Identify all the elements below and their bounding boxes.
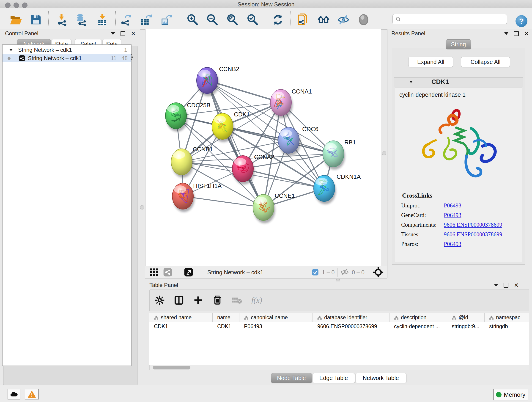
column-header-name[interactable]: name	[213, 313, 239, 322]
selected-count: 1 – 0	[322, 269, 335, 276]
open-session-icon[interactable]	[9, 13, 22, 26]
network-row-selected[interactable]: String Network – cdk1 11 48	[2, 54, 131, 62]
panel-close-icon[interactable]: ✕	[514, 283, 519, 287]
show-columns-icon[interactable]	[174, 295, 184, 305]
birds-eye-view-icon[interactable]	[357, 13, 370, 26]
string-homes-icon[interactable]	[317, 13, 330, 26]
zoom-in-icon[interactable]	[186, 13, 199, 26]
window-title: Session: New Session	[0, 1, 532, 8]
panel-close-icon[interactable]: ✕	[131, 32, 136, 36]
import-network-database-icon[interactable]	[75, 13, 88, 26]
memory-button[interactable]: Memory	[493, 389, 528, 400]
left-split-handle[interactable]	[140, 205, 144, 210]
search-icon	[395, 16, 401, 22]
crosslink-link[interactable]: 9606.ENSP00000378699	[444, 231, 502, 238]
panel-float-icon[interactable]	[120, 31, 125, 36]
tab-network-table[interactable]: Network Table	[355, 373, 406, 383]
delete-column-icon[interactable]	[212, 295, 222, 305]
column-header-database-identifier[interactable]: database identifier	[313, 313, 389, 322]
column-header-canonical-name[interactable]: canonical name	[239, 313, 313, 322]
cloud-button[interactable]	[7, 389, 20, 400]
panel-menu-icon[interactable]	[504, 32, 508, 35]
string-network-icon	[19, 55, 25, 61]
search-input[interactable]	[393, 14, 507, 24]
node-label-ccnb2: CCNB2	[219, 65, 239, 72]
table-cell[interactable]: cyclin-dependent ...	[389, 322, 447, 331]
share-view-icon[interactable]	[163, 268, 172, 277]
tab-node-table[interactable]: Node Table	[271, 373, 312, 383]
tab-edge-table[interactable]: Edge Table	[312, 373, 355, 383]
update-network-icon[interactable]	[271, 13, 285, 26]
crosslink-link[interactable]: P06493	[444, 241, 461, 247]
zoom-out-icon[interactable]	[206, 13, 219, 26]
network-view-toolbar: String Network – cdk1 1 – 0 0 – 0	[145, 266, 387, 279]
network-collection-row[interactable]: String Network – cdk1 1	[2, 46, 131, 54]
tab-string[interactable]: String	[446, 39, 471, 49]
column-type-icon	[452, 315, 456, 320]
crosslink-link[interactable]: P06493	[444, 202, 461, 209]
delete-table-icon	[232, 296, 242, 305]
scrollbar-thumb[interactable]	[153, 366, 190, 370]
column-header-namespac[interactable]: namespac	[485, 313, 529, 322]
column-header-shared-name[interactable]: shared name	[149, 313, 213, 322]
zoom-selected-icon[interactable]	[246, 13, 259, 26]
open-view-icon[interactable]	[184, 268, 193, 277]
column-header--id[interactable]: @id	[447, 313, 485, 322]
table-cell[interactable]: stringdb	[485, 322, 529, 331]
open-in-browser-icon[interactable]	[296, 13, 310, 26]
panel-float-icon[interactable]	[504, 283, 508, 288]
table-cell[interactable]: CDK1	[149, 322, 213, 331]
panel-close-icon[interactable]: ✕	[524, 32, 529, 36]
panel-menu-icon[interactable]	[494, 284, 498, 287]
cdk1-details: cyclin-dependent kinase 1 CrossLinks Uni…	[395, 88, 522, 262]
tree-expand-icon[interactable]	[9, 49, 13, 51]
table-cell[interactable]: stringdb:9...	[447, 322, 485, 331]
export-table-icon[interactable]	[139, 13, 152, 26]
table-panel-window-buttons: ✕	[494, 283, 519, 288]
import-table-file-icon[interactable]	[95, 13, 109, 26]
export-network-icon[interactable]	[119, 13, 133, 26]
table-row[interactable]: CDK1CDK1P064939606.ENSP00000378699cyclin…	[149, 322, 529, 331]
protein-structure-image	[414, 101, 503, 191]
node-label-cdk1: CDK1	[234, 111, 250, 118]
crosslink-link[interactable]: 9606.ENSP00000378699	[444, 222, 502, 228]
warning-button[interactable]	[25, 389, 39, 400]
column-header-description[interactable]: description	[389, 313, 447, 322]
panel-float-icon[interactable]	[514, 31, 519, 36]
zoom-fit-content-icon[interactable]	[226, 13, 239, 26]
panel-menu-icon[interactable]	[111, 32, 115, 35]
horizontal-scrollbar[interactable]	[149, 365, 529, 370]
table-cell[interactable]: 9606.ENSP00000378699	[313, 322, 389, 331]
right-split-handle[interactable]	[382, 151, 386, 155]
section-collapse-icon[interactable]	[409, 81, 413, 83]
network-edge[interactable]	[183, 196, 264, 207]
help-button[interactable]: ?	[515, 15, 527, 27]
save-session-icon[interactable]	[29, 13, 43, 26]
grid-view-icon[interactable]	[149, 268, 158, 277]
string-tab-content: Expand All Collapse All CDK1 cyclin-depe…	[392, 48, 525, 264]
selected-checkbox-icon[interactable]	[312, 269, 319, 276]
birdseye-crosshair-icon[interactable]	[373, 267, 384, 278]
crosslink-row: GeneCard:P06493	[401, 212, 522, 218]
hidden-count: 0 – 0	[352, 269, 365, 276]
graphics-details-eye-icon[interactable]	[337, 13, 350, 26]
cdk1-section-header[interactable]: CDK1	[394, 77, 523, 86]
node-table: shared namenamecanonical namedatabase id…	[149, 313, 529, 365]
crosslinks-heading: CrossLinks	[402, 192, 522, 199]
toolbar-separator	[265, 11, 265, 26]
node-label-ccna2: CCNA2	[254, 153, 274, 160]
table-panel: Table Panel ✕ f(x) shared namenamecanoni…	[145, 281, 532, 385]
add-column-icon[interactable]	[193, 295, 203, 305]
import-network-file-icon[interactable]	[56, 13, 69, 26]
network-canvas[interactable]: CCNB2CCNA1CDC25BCDK1CDC6RB1CCNB1CCNA2CDK…	[145, 29, 381, 266]
crosslink-row: Compartments:9606.ENSP00000378699	[401, 222, 522, 228]
status-bar: Memory	[0, 385, 532, 402]
table-options-gear-icon[interactable]	[155, 295, 165, 305]
table-cell[interactable]: CDK1	[213, 322, 239, 331]
main-toolbar: ?	[0, 8, 532, 30]
table-cell[interactable]: P06493	[239, 322, 313, 331]
export-image-icon[interactable]	[159, 13, 172, 26]
crosslink-link[interactable]: P06493	[444, 212, 461, 218]
expand-all-button[interactable]: Expand All	[408, 57, 453, 67]
collapse-all-button[interactable]: Collapse All	[461, 57, 510, 67]
